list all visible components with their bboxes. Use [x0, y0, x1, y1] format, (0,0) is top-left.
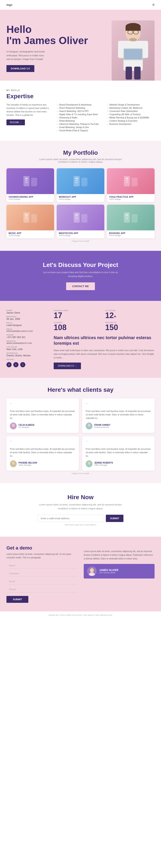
stats-interests: INTERESTS Games, Books, Movies: [6, 352, 50, 357]
testimonials-title: Here's what clients say: [6, 386, 155, 393]
hire-submit-btn[interactable]: SUBMIT: [106, 515, 123, 522]
stats-info-block: NAME James Oliver BIRTHDAY 08 Jan, 1989 …: [6, 309, 50, 369]
testimonial-text: Proin sed libero enim sed faucibus turpi…: [10, 447, 75, 458]
hamburger-menu-icon[interactable]: ≡: [152, 3, 155, 7]
portfolio-card[interactable]: CROWDFUNDING APP UX/UI Design: [6, 168, 54, 202]
hero-text-block: Hello I'm James Oliver Ui designer, phot…: [6, 24, 111, 81]
stat-number: 17: [54, 311, 62, 320]
skills-item: Content Strategy & Execution: [107, 119, 155, 123]
portfolio-card-img: [107, 168, 155, 194]
svg-point-13: [129, 38, 137, 41]
skills-col-mid: Brand Development & AdvertisingDirect Re…: [57, 103, 104, 132]
svg-rect-5: [134, 67, 140, 80]
card-illustration: [72, 209, 89, 226]
demo-field: [6, 570, 77, 577]
portfolio-section: My Portfolio Lorem ipsum dolor sit amet,…: [0, 141, 161, 251]
stats-role-value: Lead Designer: [6, 324, 50, 327]
download-icon: ↓: [75, 365, 77, 367]
twitter-icon[interactable]: t: [13, 362, 19, 367]
stats-quote-text: Etiam amet vadt scelerisque in diam nam …: [54, 348, 155, 360]
portfolio-card-info: BOOKING APP UX/UI Design: [107, 230, 155, 238]
demo-submit-btn[interactable]: SUBMIT: [6, 596, 28, 603]
stat-value: 12+: [105, 312, 155, 319]
testimonial-card: " Proin sed libero enim sed faucibus tur…: [6, 398, 79, 433]
svg-rect-7: [124, 49, 142, 59]
stats-role-label: ROLE: [6, 322, 50, 324]
svg-point-57: [90, 568, 94, 572]
svg-rect-23: [75, 182, 78, 183]
testimonial-avatar: [10, 423, 17, 429]
svg-rect-37: [75, 217, 78, 217]
svg-rect-26: [126, 178, 128, 180]
navigation: logo ≡: [0, 0, 161, 10]
skills-resume-btn[interactable]: RESUME ↓: [6, 120, 25, 125]
testimonial-text: Proin sed libero enim sed faucibus turpi…: [10, 410, 75, 420]
svg-point-51: [12, 462, 14, 465]
hire-subtitle: Lorem ipsum dolor sit amet, consectetur …: [38, 503, 123, 510]
demo-field-input[interactable]: [6, 586, 77, 592]
author-text: FRANK KINNEY Financial Director: [94, 424, 110, 428]
testimonial-text: Proin sed libero enim sed faucibus turpi…: [86, 447, 151, 458]
quote-icon: ": [86, 440, 151, 446]
contact-me-btn[interactable]: CONTACT ME: [66, 282, 95, 290]
portfolio-card[interactable]: MEDITATION APP UX/UI Design: [57, 205, 104, 238]
card-illustration: [72, 173, 89, 190]
skills-item: Advertising Creative (Al: Mediocre): [107, 106, 155, 110]
stats-website: WEBSITE WWW.SOMEWEBSITE.COM: [6, 340, 50, 344]
stats-download-btn[interactable]: DOWNLOAD CV ↓: [54, 363, 81, 369]
demo-field-input[interactable]: [6, 570, 77, 577]
svg-rect-43: [126, 218, 128, 219]
stat-item: AP YEARS 12+: [105, 309, 155, 319]
testimonial-name: FRANK KINNEY: [94, 424, 110, 426]
testimonial-author: FRANK KINNEY Financial Director: [86, 423, 151, 429]
quote-icon: ": [10, 440, 75, 446]
skills-item: Streaming & Radio: [57, 116, 104, 119]
resume-icon: ↓: [21, 121, 22, 124]
svg-rect-35: [82, 214, 87, 223]
skills-item: Search Marketing: SEO & PPC: [57, 110, 104, 113]
demo-author-role: APP DEVELOPER: [99, 571, 118, 574]
facebook-icon[interactable]: f: [6, 362, 11, 367]
quote-icon: ": [10, 402, 75, 408]
stats-role: ROLE Lead Designer: [6, 322, 50, 327]
skills-item: Retail Marketing: [57, 119, 104, 123]
hire-form: SUBMIT: [38, 515, 123, 522]
hero-name: I'm James Oliver: [6, 35, 88, 46]
skills-item: Conversion Rate Optimization: [107, 110, 155, 113]
discuss-subtitle: Let us know your project Idea and Get fr…: [43, 271, 118, 278]
portfolio-card[interactable]: WORKOUT APP UX/UI Design: [57, 168, 104, 202]
demo-left-block: Get a demo Lorem ipsum dolor sit amet, c…: [6, 545, 77, 603]
testimonials-section: Here's what clients say " Proin sed libe…: [0, 378, 161, 483]
svg-rect-36: [75, 214, 78, 216]
stat-number: 150: [105, 323, 118, 332]
demo-field-input[interactable]: [6, 578, 77, 585]
discuss-title: Let's Discuss Your Project: [6, 261, 155, 269]
testimonial-name: PHOEBE NELSON: [19, 462, 37, 464]
portfolio-card-subtitle: UX/UI Design: [59, 198, 102, 200]
portfolio-card[interactable]: MUSIC APP UX/UI Design: [6, 205, 54, 238]
hero-download-btn[interactable]: DOWNLOAD CV: [6, 65, 34, 72]
portfolio-card-subtitle: UX/UI Design: [109, 198, 153, 200]
card-illustration: [22, 209, 39, 226]
testimonials-grid: " Proin sed libero enim sed faucibus tur…: [6, 398, 155, 471]
instagram-icon[interactable]: i: [20, 362, 25, 367]
author-text: CELIA ALMEDA UX Designer: [19, 424, 35, 428]
portfolio-card-info: WORKOUT APP UX/UI Design: [57, 194, 104, 202]
portfolio-card[interactable]: YOGA PRACTICE APP UX/UI Design: [107, 168, 155, 202]
hire-email-input[interactable]: [38, 515, 104, 522]
portfolio-card[interactable]: BOOKING APP UX/UI Design: [107, 205, 155, 238]
stats-email: EMAIL DESIGNER@EXAMPLE.COM: [6, 328, 50, 332]
author-text: JENNIE ROBERTS Office Manager: [94, 462, 113, 466]
skills-item: Website Design & Development: [107, 103, 155, 106]
stat-suffix: +: [114, 314, 116, 319]
discuss-section: Let's Discuss Your Project Let us know y…: [0, 251, 161, 301]
stats-interests-label: INTERESTS: [6, 352, 50, 354]
card-illustration: [22, 173, 39, 190]
svg-rect-31: [25, 214, 28, 216]
skills-item: Digital Video & TV, including Super Bowl: [57, 113, 104, 116]
stats-numbers-grid: AWARDS WON 17 AP YEARS 12+ CLIENTS 108 P…: [54, 309, 155, 331]
svg-rect-21: [75, 178, 78, 180]
logo: logo: [6, 3, 12, 6]
demo-field-input[interactable]: [6, 562, 77, 569]
card-illustration: [122, 209, 139, 226]
